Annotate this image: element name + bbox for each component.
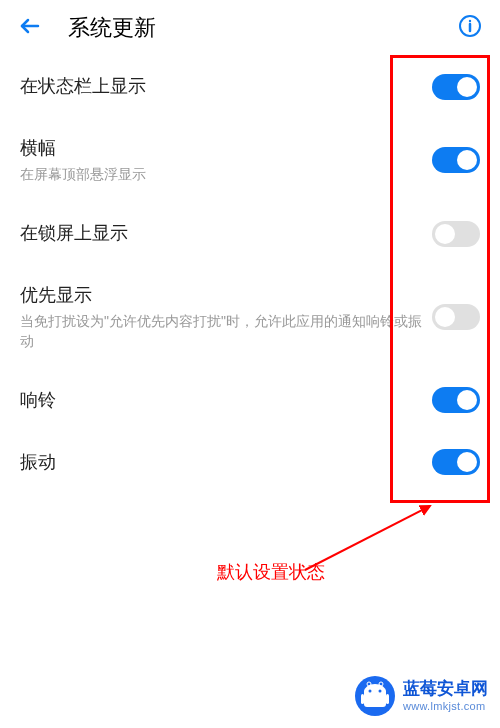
toggle-knob: [435, 224, 455, 244]
page-title: 系统更新: [68, 13, 456, 43]
toggle-knob: [457, 150, 477, 170]
setting-label: 横幅: [20, 136, 432, 161]
setting-row-vibrate: 振动: [20, 431, 480, 493]
settings-list: 在状态栏上显示 横幅 在屏幕顶部悬浮显示 在锁屏上显示 优先显示 当免打扰设为"…: [0, 56, 500, 493]
svg-point-11: [379, 690, 382, 693]
setting-desc: 在屏幕顶部悬浮显示: [20, 165, 432, 185]
svg-rect-12: [361, 694, 364, 704]
info-button[interactable]: [456, 14, 484, 42]
setting-text: 振动: [20, 450, 432, 475]
toggle-status-bar[interactable]: [432, 74, 480, 100]
watermark: 蓝莓安卓网 www.lmkjst.com: [353, 674, 488, 718]
watermark-logo-icon: [353, 674, 397, 718]
setting-text: 优先显示 当免打扰设为"允许优先内容打扰"时，允许此应用的通知响铃或振动: [20, 283, 432, 351]
info-icon: [458, 14, 482, 42]
setting-desc: 当免打扰设为"允许优先内容打扰"时，允许此应用的通知响铃或振动: [20, 312, 432, 351]
svg-point-10: [369, 690, 372, 693]
watermark-url: www.lmkjst.com: [403, 700, 488, 713]
setting-text: 在状态栏上显示: [20, 74, 432, 99]
svg-point-3: [469, 20, 471, 22]
toggle-knob: [457, 390, 477, 410]
setting-row-lockscreen: 在锁屏上显示: [20, 203, 480, 265]
setting-row-banner: 横幅 在屏幕顶部悬浮显示: [20, 118, 480, 203]
header: 系统更新: [0, 0, 500, 56]
back-button[interactable]: [16, 14, 44, 42]
setting-label: 优先显示: [20, 283, 432, 308]
setting-text: 横幅 在屏幕顶部悬浮显示: [20, 136, 432, 185]
toggle-vibrate[interactable]: [432, 449, 480, 475]
setting-label: 在状态栏上显示: [20, 74, 432, 99]
annotation-arrow-icon: [290, 500, 440, 584]
setting-text: 在锁屏上显示: [20, 221, 432, 246]
arrow-left-icon: [18, 14, 42, 42]
setting-row-status-bar: 在状态栏上显示: [20, 56, 480, 118]
svg-line-5: [305, 506, 430, 570]
annotation-text: 默认设置状态: [217, 560, 325, 584]
setting-text: 响铃: [20, 388, 432, 413]
setting-label: 振动: [20, 450, 432, 475]
setting-row-ring: 响铃: [20, 369, 480, 431]
toggle-priority[interactable]: [432, 304, 480, 330]
toggle-banner[interactable]: [432, 147, 480, 173]
setting-label: 在锁屏上显示: [20, 221, 432, 246]
toggle-knob: [435, 307, 455, 327]
watermark-title: 蓝莓安卓网: [403, 679, 488, 699]
toggle-knob: [457, 77, 477, 97]
toggle-ring[interactable]: [432, 387, 480, 413]
toggle-knob: [457, 452, 477, 472]
setting-row-priority: 优先显示 当免打扰设为"允许优先内容打扰"时，允许此应用的通知响铃或振动: [20, 265, 480, 369]
toggle-lockscreen[interactable]: [432, 221, 480, 247]
svg-rect-13: [386, 694, 389, 704]
setting-label: 响铃: [20, 388, 432, 413]
watermark-text: 蓝莓安卓网 www.lmkjst.com: [403, 679, 488, 713]
